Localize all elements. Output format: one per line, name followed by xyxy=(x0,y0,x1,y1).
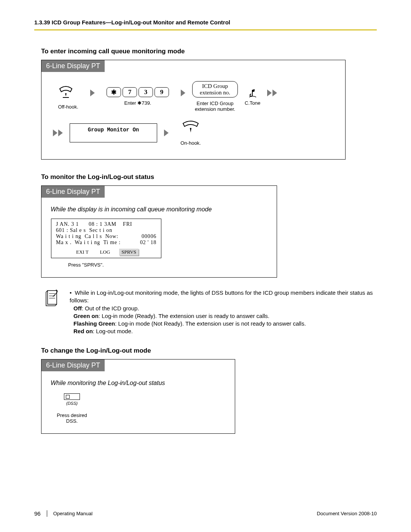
note-icon xyxy=(44,289,60,307)
icd-caption2: extension number. xyxy=(192,106,238,112)
panel-change-mode: 6-Line Display PT While monitoring the L… xyxy=(41,359,235,434)
lcd-line3-value: 00006 xyxy=(142,233,156,240)
footer: 96 Operating Manual Document Version 200… xyxy=(34,510,377,517)
offhook-icon xyxy=(57,83,80,99)
section1-title: To enter incoming call queue monitoring … xyxy=(41,48,377,55)
enter-caption: Enter ✱739. xyxy=(102,100,174,106)
lcd-line4-value: 02 ' 18 xyxy=(140,240,156,246)
step-icd-ext: ICD Group extension no. Enter ICD Group … xyxy=(192,81,238,112)
key-3: 3 xyxy=(139,87,153,97)
section2-title: To monitor the Log-in/Log-out status xyxy=(41,173,377,181)
press-sprvs-caption: Press "SPRVS". xyxy=(68,262,277,268)
note-red-b: Red on xyxy=(73,328,93,334)
note-off-t: : Out of the ICD group. xyxy=(82,305,139,312)
softkey-log[interactable]: LOG xyxy=(98,249,113,256)
step-onhook: On-hook. xyxy=(175,120,206,146)
ctone-label: C.Tone xyxy=(245,100,260,106)
arrow-icon xyxy=(164,129,169,136)
note-block: • While in Log-in/Log-out monitoring mod… xyxy=(44,289,377,335)
lcd-line3: Wa i t i ng Ca l l s Now: 00006 xyxy=(54,233,159,240)
note-text: • While in Log-in/Log-out monitoring mod… xyxy=(67,289,377,335)
lcd-line4: Ma x . Wa i t i ng Ti me : 02 ' 18 xyxy=(54,240,159,246)
dss-step: (DSS) Press desired DSS. xyxy=(51,393,93,424)
dss-caption: Press desired DSS. xyxy=(51,412,93,424)
arrow-double-icon xyxy=(267,89,277,96)
softkey-sprvs[interactable]: SPRVS xyxy=(119,249,139,256)
softkey-exit[interactable]: EXI T xyxy=(74,249,91,256)
lcd-line4-label: Ma x . Wa i t i ng Ti me : xyxy=(56,240,140,246)
key-9: 9 xyxy=(155,87,169,97)
note-green-b: Green on xyxy=(73,313,99,319)
note-intro: While in Log-in/Log-out monitoring mode,… xyxy=(70,289,373,304)
panel2-tab: 6-Line Display PT xyxy=(41,186,105,198)
lcd-softkeys: EXI T LOG SPRVS xyxy=(54,249,159,256)
display-box: Group Monitor On xyxy=(70,123,157,142)
panel-monitor-status: 6-Line Display PT While the display is i… xyxy=(41,185,277,278)
note-flash-b: Flashing Green xyxy=(73,320,115,327)
arrow-icon xyxy=(181,89,185,96)
page-header: 1.3.39 ICD Group Features—Log-in/Log-out… xyxy=(34,19,377,30)
doc-version: Document Version 2008-10 xyxy=(317,511,377,516)
panel3-tab: 6-Line Display PT xyxy=(41,359,105,371)
key-7: 7 xyxy=(123,87,137,97)
panel-enter-monitoring: 6-Line Display PT Off-hook. ✱ 7 3 9 Ente… xyxy=(41,60,346,160)
section3-title: To change the Log-in/Log-out mode xyxy=(41,347,377,355)
onhook-caption: On-hook. xyxy=(175,140,206,146)
note-flash-t: : Log-in mode (Not Ready). The extension… xyxy=(115,320,306,327)
panel1-tab: 6-Line Display PT xyxy=(41,60,105,72)
icd-line1: ICD Group xyxy=(198,83,232,89)
dss-label: (DSS) xyxy=(51,401,93,406)
lcd-display: J AN. 3 1 08 : 1 3AM FRI 601 : Sal e s S… xyxy=(51,219,161,258)
flow-row-2: Group Monitor On On-hook. xyxy=(41,116,345,150)
note-off-b: Off xyxy=(73,305,82,312)
manual-label: Operating Manual xyxy=(47,511,92,516)
step-offhook: Off-hook. xyxy=(53,83,83,110)
note-red-t: : Log-out mode. xyxy=(93,328,133,334)
onhook-icon xyxy=(179,120,202,136)
note-green-t: : Log-in mode (Ready). The extension use… xyxy=(99,313,269,319)
page-number: 96 xyxy=(34,510,47,517)
icd-caption1: Enter ICD Group xyxy=(192,101,238,106)
panel3-subtitle: While monitoring the Log-in/Log-out stat… xyxy=(51,380,235,387)
arrow-double-icon xyxy=(53,129,63,136)
icd-ext-box: ICD Group extension no. xyxy=(192,81,238,97)
lcd-line2: 601 : Sal e s Sec t i on xyxy=(54,227,159,233)
lcd-line3-label: Wa i t i ng Ca l l s Now: xyxy=(56,233,142,240)
lcd-line1: J AN. 3 1 08 : 1 3AM FRI xyxy=(54,221,159,227)
panel2-subtitle: While the display is in incoming call qu… xyxy=(51,206,277,213)
step-keys: ✱ 7 3 9 Enter ✱739. xyxy=(102,87,174,106)
key-star: ✱ xyxy=(107,87,121,97)
icd-line2: extension no. xyxy=(198,89,232,96)
ctone-icon xyxy=(247,88,258,99)
offhook-caption: Off-hook. xyxy=(53,104,83,110)
flow-row-1: Off-hook. ✱ 7 3 9 Enter ✱739. ICD Group … xyxy=(41,77,345,116)
ctone: C.Tone xyxy=(245,88,260,106)
arrow-icon xyxy=(90,89,95,96)
dss-button-icon xyxy=(64,393,80,400)
